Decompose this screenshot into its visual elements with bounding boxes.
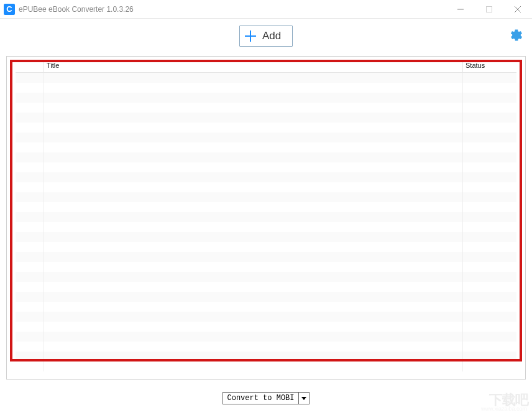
table-row[interactable]	[16, 103, 516, 113]
watermark-url: www.xiazaiba.com	[481, 406, 527, 412]
table-row[interactable]	[16, 212, 516, 222]
window-title: ePUBee eBook Converter 1.0.3.26	[19, 5, 446, 14]
table-row[interactable]	[16, 172, 516, 182]
table-row[interactable]	[16, 142, 516, 152]
file-table: Title Status	[16, 62, 516, 371]
convert-label: Convert to MOBI	[223, 393, 298, 404]
gear-icon	[510, 29, 523, 42]
close-button[interactable]	[503, 0, 532, 18]
table-row[interactable]	[16, 361, 516, 371]
window-controls	[446, 0, 532, 18]
content-panel: Title Status	[6, 56, 526, 380]
minimize-button[interactable]	[446, 0, 475, 18]
table-row[interactable]	[16, 252, 516, 262]
table-row[interactable]	[16, 83, 516, 93]
table-row[interactable]	[16, 312, 516, 322]
table-row[interactable]	[16, 342, 516, 352]
table-row[interactable]	[16, 123, 516, 133]
table-row[interactable]	[16, 222, 516, 232]
table-row[interactable]	[16, 113, 516, 123]
settings-button[interactable]	[510, 29, 523, 44]
plus-icon	[245, 30, 256, 42]
add-button-label: Add	[262, 30, 281, 42]
table-row[interactable]	[16, 262, 516, 272]
table-row[interactable]	[16, 192, 516, 202]
svg-rect-1	[487, 6, 492, 12]
add-button[interactable]: Add	[239, 26, 293, 47]
table-row[interactable]	[16, 322, 516, 332]
table-row[interactable]	[16, 202, 516, 212]
table-row[interactable]	[16, 282, 516, 292]
column-title[interactable]: Title	[44, 62, 463, 72]
column-checkbox[interactable]	[16, 62, 44, 72]
table-body[interactable]	[16, 73, 516, 371]
table-row[interactable]	[16, 133, 516, 142]
maximize-button[interactable]	[475, 0, 503, 18]
table-row[interactable]	[16, 73, 516, 83]
watermark: 下载吧	[489, 391, 528, 409]
titlebar: C ePUBee eBook Converter 1.0.3.26	[0, 0, 532, 19]
table-row[interactable]	[16, 292, 516, 302]
table-row[interactable]	[16, 242, 516, 252]
app-icon: C	[4, 4, 15, 15]
table-row[interactable]	[16, 182, 516, 192]
table-row[interactable]	[16, 93, 516, 103]
toolbar: Add	[0, 19, 532, 54]
table-header: Title Status	[16, 62, 516, 73]
footer: Convert to MOBI 下载吧 www.xiazaiba.com	[0, 386, 532, 411]
table-row[interactable]	[16, 272, 516, 282]
table-row[interactable]	[16, 232, 516, 242]
table-row[interactable]	[16, 162, 516, 172]
chevron-down-icon	[299, 393, 309, 404]
table-row[interactable]	[16, 302, 516, 312]
table-row[interactable]	[16, 352, 516, 361]
table-row[interactable]	[16, 152, 516, 162]
column-status[interactable]: Status	[463, 62, 516, 72]
table-row[interactable]	[16, 332, 516, 342]
convert-dropdown[interactable]: Convert to MOBI	[222, 392, 309, 404]
